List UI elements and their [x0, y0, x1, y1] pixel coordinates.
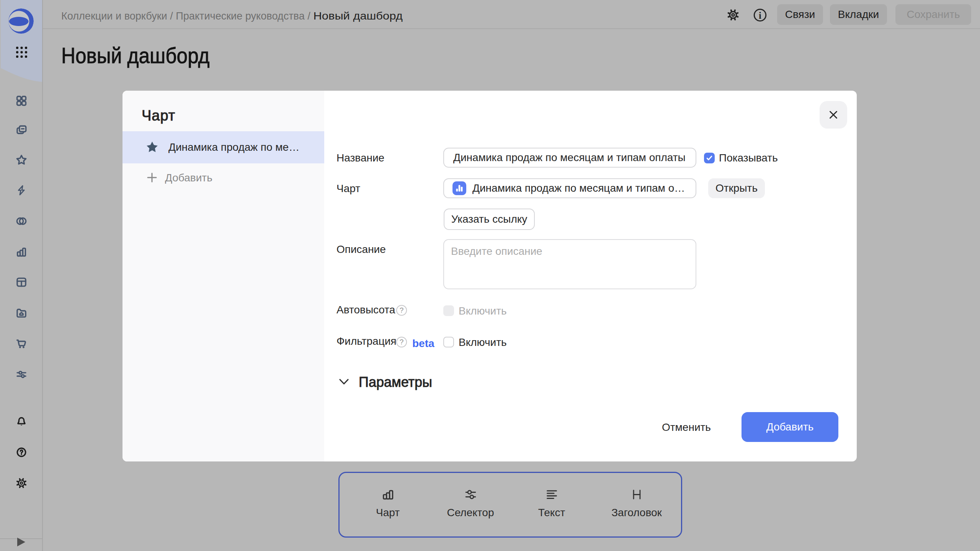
svg-text:i: i [759, 10, 761, 21]
